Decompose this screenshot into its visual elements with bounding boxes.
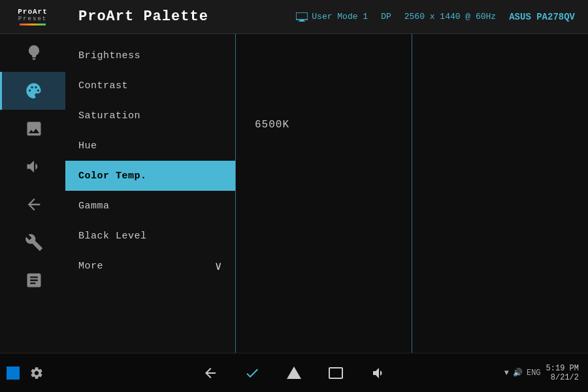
content-area: Brightness Contrast Saturation Hue Color… xyxy=(65,34,588,353)
menu-item-color-temp-label: Color Temp. xyxy=(78,171,147,182)
shortcut-icon xyxy=(25,271,43,289)
menu-item-color-temp[interactable]: Color Temp. xyxy=(65,161,235,191)
wrench-icon xyxy=(25,233,43,252)
time-display: 5:19 PM xyxy=(546,364,579,373)
chevron-down-icon: ∨ xyxy=(215,259,222,273)
sidebar-item-image[interactable] xyxy=(0,110,65,148)
menu-item-black-level[interactable]: Black Level xyxy=(65,221,235,251)
language-label: ENG xyxy=(527,368,541,378)
resolution-label: 2560 x 1440 @ 60Hz xyxy=(404,12,496,22)
menu-item-hue[interactable]: Hue xyxy=(65,131,235,161)
color-temp-value: 6500K xyxy=(255,119,289,131)
taskbar: ▼ 🔊 ENG 5:19 PM 8/21/2 xyxy=(0,353,588,392)
display-icon xyxy=(328,365,344,381)
taskbar-right: ▼ 🔊 ENG 5:19 PM 8/21/2 xyxy=(504,364,588,382)
header-info: User Mode 1 DP 2560 x 1440 @ 60Hz ASUS P… xyxy=(296,12,575,22)
checkmark-icon xyxy=(244,365,260,381)
speaker-icon xyxy=(25,157,43,176)
display-button[interactable] xyxy=(324,361,348,385)
volume-icon: 🔊 xyxy=(513,368,523,378)
taskbar-left xyxy=(0,361,48,385)
gear-icon xyxy=(29,366,44,380)
svg-rect-2 xyxy=(299,21,305,22)
display-mode: User Mode 1 xyxy=(296,12,368,22)
menu-item-gamma-label: Gamma xyxy=(78,201,110,212)
confirm-button[interactable] xyxy=(240,361,264,385)
right-divider xyxy=(412,34,412,353)
input-icon xyxy=(25,195,43,214)
network-icon: ▼ xyxy=(504,368,509,378)
monitor-name: ASUS PA278QV xyxy=(509,12,575,22)
menu-item-hue-label: Hue xyxy=(78,140,97,152)
volume-down-icon xyxy=(370,365,385,381)
start-button[interactable] xyxy=(7,367,20,380)
taskbar-settings-button[interactable] xyxy=(25,361,48,385)
user-mode-label: User Mode 1 xyxy=(312,12,368,22)
left-divider xyxy=(235,34,236,353)
sidebar: ProArt Preset xyxy=(0,0,65,353)
menu-item-contrast-label: Contrast xyxy=(78,80,128,91)
menu-item-more-label: More xyxy=(78,261,103,272)
menu-item-more[interactable]: More ∨ xyxy=(65,251,235,281)
image-icon xyxy=(25,120,43,138)
svg-rect-0 xyxy=(296,12,308,20)
menu-item-brightness[interactable]: Brightness xyxy=(65,41,235,71)
menu-list: Brightness Contrast Saturation Hue Color… xyxy=(65,34,235,353)
main-area: ProArt Palette User Mode 1 DP 2560 x 144… xyxy=(65,0,588,353)
taskbar-center xyxy=(199,361,389,385)
palette-icon xyxy=(25,82,43,100)
back-icon xyxy=(203,365,218,381)
volume-down-button[interactable] xyxy=(366,361,389,385)
date-display: 8/21/2 xyxy=(546,373,579,382)
sidebar-item-sound[interactable] xyxy=(0,148,65,186)
menu-item-saturation-label: Saturation xyxy=(78,110,140,122)
menu-item-black-level-label: Black Level xyxy=(78,231,147,242)
menu-item-saturation[interactable]: Saturation xyxy=(65,101,235,131)
sidebar-item-shortcut[interactable] xyxy=(0,261,65,299)
sidebar-item-settings[interactable] xyxy=(0,223,65,261)
connection-label: DP xyxy=(381,12,391,22)
header: ProArt Palette User Mode 1 DP 2560 x 144… xyxy=(65,0,588,34)
svg-rect-1 xyxy=(300,20,304,21)
taskbar-time: 5:19 PM 8/21/2 xyxy=(546,364,579,382)
triangle-icon xyxy=(286,365,302,381)
sidebar-item-brightness[interactable] xyxy=(0,34,65,72)
monitor-icon xyxy=(296,12,308,22)
menu-item-gamma[interactable]: Gamma xyxy=(65,191,235,221)
sidebar-logo[interactable]: ProArt Preset xyxy=(0,0,65,34)
triangle-button[interactable] xyxy=(282,361,306,385)
bulb-icon xyxy=(25,44,43,62)
menu-item-brightness-label: Brightness xyxy=(78,50,140,61)
logo-preset: Preset xyxy=(18,16,47,22)
sidebar-item-input[interactable] xyxy=(0,186,65,223)
tray-icons: ▼ 🔊 ENG xyxy=(504,368,541,378)
right-panel: 6500K xyxy=(235,34,588,353)
sidebar-item-palette[interactable] xyxy=(0,72,65,110)
menu-item-contrast[interactable]: Contrast xyxy=(65,71,235,101)
logo-proart: ProArt xyxy=(18,8,48,16)
page-title: ProArt Palette xyxy=(78,8,208,25)
logo-bar xyxy=(20,24,46,25)
back-button[interactable] xyxy=(199,361,222,385)
